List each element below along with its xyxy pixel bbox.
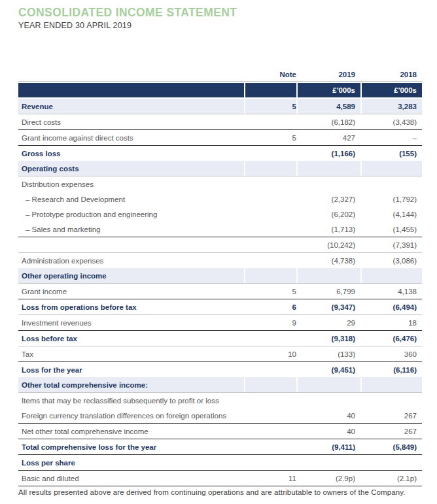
table-cell-note [245,362,296,377]
table-row: Operating costs [18,161,422,176]
table-cell-note [245,393,296,408]
document-header: CONSOLIDATED INCOME STATEMENT YEAR ENDED… [0,0,437,30]
table-cell-label: Foreign currency translation differences… [18,408,244,423]
table-row: Basic and diluted11(2.9p)(2.1p) [18,471,422,486]
table-cell-label: Loss per share [18,455,244,470]
table-row: Grant income56,7994,138 [18,284,422,299]
column-header-note: Note [245,71,296,81]
column-header-spacer [18,78,244,81]
table-cell-y2019: (4,738) [298,253,360,268]
table-cell-y2019: 40 [298,408,360,423]
table-row: Other operating income [18,268,422,284]
table-cell-note [245,237,296,252]
table-cell-y2019 [298,377,360,392]
table-cell-y2018: 267 [362,424,422,439]
table-cell-y2018: (6,116) [362,362,422,377]
table-cell-note [245,455,296,470]
table-cell-note: 11 [245,471,296,486]
table-cell-y2019: (1,166) [298,146,360,161]
table-cell-y2019 [298,268,360,283]
table-row: Revenue54,5893,283 [18,99,422,114]
table-cell-y2018: – [362,130,422,145]
table-cell-y2019: (2,327) [298,192,360,207]
table-cell-y2018 [362,377,422,392]
table-cell-note [245,207,296,222]
units-bar-spacer [18,83,244,97]
table-row: Gross loss(1,166)(155) [18,146,422,161]
table-row: – Sales and marketing(1,713)(1,455) [18,222,422,237]
table-cell-y2018: (4,144) [362,207,422,222]
table-cell-note [245,408,296,423]
table-cell-note: 10 [245,346,296,361]
units-label-2019: £'000s [298,83,360,97]
table-row: Loss before tax(9,318)(6,476) [18,331,422,346]
table-cell-note [245,222,296,237]
table-cell-note: 5 [245,99,296,114]
units-bar: £'000s £'000s [18,83,422,97]
table-cell-y2018: 360 [362,346,422,361]
table-cell-note [245,424,296,439]
table-row: Investment revenues92918 [18,315,422,331]
table-header-row: Note 2019 2018 [18,68,422,82]
table-cell-y2018: 4,138 [362,284,422,299]
table-cell-label: Grant income against direct costs [18,130,244,145]
table-cell-note: 9 [245,315,296,330]
table-cell-y2018: 267 [362,408,422,423]
table-cell-y2019 [298,176,360,192]
table-cell-y2019: 4,589 [298,99,360,114]
table-cell-y2019: (9,347) [298,299,360,314]
table-cell-y2019: (9,318) [298,331,360,346]
table-cell-y2018: (6,476) [362,331,422,346]
table-cell-y2019 [298,161,360,176]
table-cell-y2019: (2.9p) [298,471,360,486]
table-cell-y2018: 18 [362,315,422,330]
table-row: – Research and Development(2,327)(1,792) [18,192,422,207]
table-cell-label: – Sales and marketing [18,222,244,237]
table-cell-label: Gross loss [18,146,244,161]
footnote: All results presented above are derived … [18,488,406,496]
table-row: Loss for the year(9,451)(6,116) [18,362,422,377]
table-cell-y2018: (6,494) [362,299,422,314]
table-cell-note [245,439,296,454]
income-statement-table-body: Revenue54,5893,283Direct costs(6,182)(3,… [18,99,422,486]
table-cell-label: Other total comprehensive income: [18,377,244,392]
table-row: Net other total comprehensive income4026… [18,424,422,439]
table-cell-y2018 [362,393,422,408]
table-row: Loss from operations before tax6(9,347)(… [18,299,422,315]
table-cell-y2019: (6,202) [298,207,360,222]
table-cell-note: 5 [245,284,296,299]
table-cell-y2018: (155) [362,146,422,161]
table-cell-label: Other operating income [18,268,244,283]
table-cell-y2018: (3,086) [362,253,422,268]
table-row: Direct costs(6,182)(3,438) [18,114,422,130]
table-cell-label: – Prototype production and engineering [18,207,244,222]
table-cell-y2019: (9,451) [298,362,360,377]
table-cell-y2018 [362,268,422,283]
table-row: – Prototype production and engineering(6… [18,207,422,222]
units-bar-note-spacer [245,83,296,97]
table-cell-note [245,114,296,129]
table-cell-note: 5 [245,130,296,145]
table-cell-y2019: (133) [298,346,360,361]
table-cell-y2018: (7,391) [362,237,422,252]
table-cell-y2019: 6,799 [298,284,360,299]
table-cell-y2018: (1,455) [362,222,422,237]
table-cell-label: Grant income [18,284,244,299]
table-cell-y2018: (1,792) [362,192,422,207]
table-cell-y2019: (6,182) [298,114,360,129]
table-cell-y2018: 3,283 [362,99,422,114]
table-cell-y2019: (1,713) [298,222,360,237]
table-cell-label: Loss for the year [18,362,244,377]
table-cell-note [245,268,296,283]
units-label-2018: £'000s [362,83,422,97]
table-cell-y2018: (2.1p) [362,471,422,486]
table-cell-y2019: 29 [298,315,360,330]
table-cell-y2018: (5,849) [362,439,422,454]
table-cell-note [245,253,296,268]
table-row: Items that may be reclassified subsequen… [18,393,422,408]
table-cell-label [18,237,244,252]
table-cell-label: Items that may be reclassified subsequen… [18,393,244,408]
table-cell-label: Revenue [18,99,244,114]
table-row: Total comprehensive loss for the year(9,… [18,439,422,455]
document-page: CONSOLIDATED INCOME STATEMENT YEAR ENDED… [0,0,437,504]
